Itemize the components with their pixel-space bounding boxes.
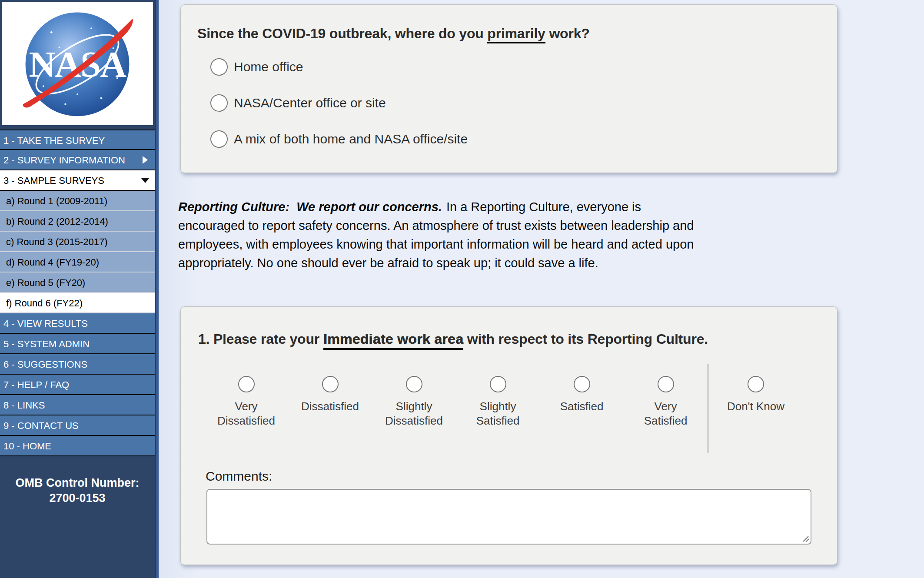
- option-label: NASA/Center office or site: [234, 96, 386, 110]
- sidebar-item-round-5[interactable]: e) Round 5 (FY20): [0, 272, 155, 293]
- title-text: work?: [545, 26, 590, 41]
- title-text: 1. Please rate your: [198, 331, 323, 347]
- rating-label: Very Dissatisfied: [213, 399, 280, 428]
- sidebar-item-round-3[interactable]: c) Round 3 (2015-2017): [0, 232, 155, 252]
- reporting-culture-lead: Reporting Culture: We report our concern…: [178, 200, 442, 214]
- covid-question-title: Since the COVID-19 outbreak, where do yo…: [197, 26, 820, 42]
- rating-option-slightly-dissatisfied[interactable]: Slightly Dissatisfied: [372, 364, 456, 428]
- radio-button[interactable]: [748, 376, 764, 392]
- sidebar-footer: OMB Control Number: 2700-0153: [0, 456, 155, 578]
- sidebar-item-label: 2 - SURVEY INFORMATION: [3, 155, 125, 166]
- sidebar-item-round-1[interactable]: a) Round 1 (2009-2011): [0, 191, 155, 211]
- radio-button[interactable]: [210, 130, 228, 148]
- covid-question-card: Since the COVID-19 outbreak, where do yo…: [180, 4, 838, 173]
- sidebar-item-suggestions[interactable]: 6 - SUGGESTIONS: [0, 354, 155, 375]
- question1-title: 1. Please rate your Immediate work area …: [198, 331, 820, 347]
- sidebar-item-sample-surveys[interactable]: 3 - SAMPLE SURVEYS: [0, 170, 155, 191]
- rating-option-very-satisfied[interactable]: Very Satisfied: [624, 364, 708, 428]
- resize-handle-icon[interactable]: [801, 535, 809, 542]
- title-underlined-phrase: Immediate work area: [323, 331, 463, 350]
- main-content: Since the COVID-19 outbreak, where do yo…: [159, 0, 924, 578]
- rating-option-very-dissatisfied[interactable]: Very Dissatisfied: [204, 364, 288, 428]
- radio-button[interactable]: [490, 376, 506, 392]
- radio-button[interactable]: [210, 94, 228, 112]
- title-underlined-word: primarily: [487, 26, 545, 43]
- question1-card: 1. Please rate your Immediate work area …: [180, 306, 838, 565]
- sidebar-nav: 1 - TAKE THE SURVEY 2 - SURVEY INFORMATI…: [0, 130, 155, 456]
- sidebar-item-help-faq[interactable]: 7 - HELP / FAQ: [0, 375, 155, 395]
- radio-button[interactable]: [322, 376, 339, 392]
- option-label: Home office: [234, 60, 303, 74]
- sidebar-item-home[interactable]: 10 - HOME: [0, 436, 155, 456]
- rating-option-dont-know[interactable]: Don't Know: [708, 364, 803, 414]
- svg-text:NASA: NASA: [29, 44, 127, 85]
- covid-option-nasa-office[interactable]: NASA/Center office or site: [210, 94, 386, 112]
- option-label: A mix of both home and NASA office/site: [234, 132, 468, 146]
- sidebar-item-view-results[interactable]: 4 - VIEW RESULTS: [0, 313, 155, 334]
- sidebar-item-take-the-survey[interactable]: 1 - TAKE THE SURVEY: [0, 130, 155, 150]
- sidebar-edge-divider: [155, 0, 159, 578]
- rating-label: Slightly Satisfied: [464, 399, 532, 428]
- sidebar-item-round-6[interactable]: f) Round 6 (FY22): [0, 293, 155, 313]
- rating-label: Don't Know: [727, 399, 784, 414]
- rating-label: Very Satisfied: [632, 399, 699, 428]
- covid-option-home-office[interactable]: Home office: [210, 58, 303, 76]
- submenu-arrow-down-icon: [141, 178, 150, 183]
- covid-options-group: Home office NASA/Center office or site A…: [210, 58, 820, 148]
- sidebar-item-contact-us[interactable]: 9 - CONTACT US: [0, 415, 155, 436]
- rating-label: Dissatisfied: [301, 399, 359, 414]
- comments-field-wrap: [206, 489, 811, 546]
- sidebar-item-system-admin[interactable]: 5 - SYSTEM ADMIN: [0, 334, 155, 354]
- sidebar-item-round-4[interactable]: d) Round 4 (FY19-20): [0, 252, 155, 272]
- comments-textarea[interactable]: [206, 489, 811, 545]
- covid-option-mix[interactable]: A mix of both home and NASA office/site: [210, 130, 468, 148]
- rating-label: Slightly Dissatisfied: [380, 399, 448, 428]
- title-text: Since the COVID-19 outbreak, where do yo…: [197, 26, 487, 41]
- comments-label: Comments:: [206, 468, 820, 484]
- nasa-logo-icon: NASA: [12, 4, 143, 123]
- radio-button[interactable]: [658, 376, 674, 392]
- reporting-culture-paragraph: Reporting Culture: We report our concern…: [178, 198, 839, 272]
- title-text: with respect to its Reporting Culture.: [463, 331, 708, 347]
- radio-button[interactable]: [574, 376, 590, 392]
- sidebar-item-survey-information[interactable]: 2 - SURVEY INFORMATION: [0, 150, 155, 170]
- radio-button[interactable]: [210, 58, 228, 76]
- sidebar-item-label: 3 - SAMPLE SURVEYS: [3, 175, 104, 186]
- sidebar-item-round-2[interactable]: b) Round 2 (2012-2014): [0, 211, 155, 232]
- sidebar-item-links[interactable]: 8 - LINKS: [0, 395, 155, 415]
- rating-scale-group: Very Dissatisfied Dissatisfied Slightly …: [204, 364, 820, 453]
- sidebar: NASA 1 - TAKE THE SURVEY 2 - SURVEY INFO…: [0, 0, 159, 578]
- omb-label: OMB Control Number:: [0, 475, 155, 491]
- rating-option-dissatisfied[interactable]: Dissatisfied: [288, 364, 372, 414]
- omb-value: 2700-0153: [0, 491, 155, 506]
- rating-option-satisfied[interactable]: Satisfied: [540, 364, 624, 414]
- radio-button[interactable]: [406, 376, 422, 392]
- rating-option-slightly-satisfied[interactable]: Slightly Satisfied: [456, 364, 540, 428]
- nasa-logo-link[interactable]: NASA: [2, 2, 153, 125]
- omb-control-number: OMB Control Number: 2700-0153: [0, 475, 155, 506]
- rating-label: Satisfied: [560, 399, 604, 414]
- submenu-arrow-right-icon: [143, 156, 148, 164]
- radio-button[interactable]: [238, 376, 255, 392]
